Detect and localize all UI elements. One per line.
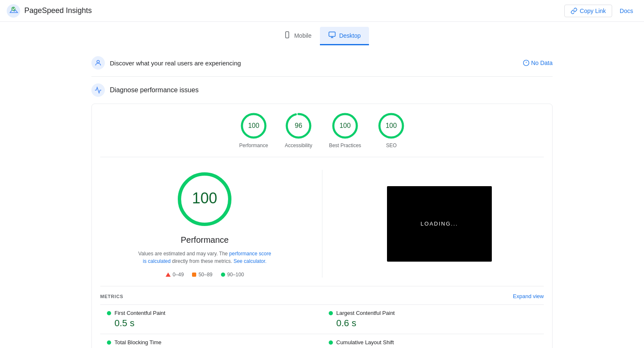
scores-row: 100 Performance 96 Accessibility (100, 112, 544, 157)
legend-range-medium: 50–89 (198, 272, 212, 278)
vertical-divider (322, 170, 322, 278)
loading-text: LOADING... (421, 221, 458, 227)
metric-item-lcp: Largest Contentful Paint 0.6 s (322, 304, 544, 334)
score-item-best-practices[interactable]: 100 Best Practices (329, 112, 361, 148)
svg-rect-4 (329, 32, 335, 36)
copy-link-label: Copy Link (580, 8, 606, 14)
legend-range-bad: 0–49 (173, 272, 184, 278)
metric-name-row-tbt: Total Blocking Time (107, 339, 315, 345)
header-left: PageSpeed Insights (7, 4, 92, 18)
legend-dot-icon (221, 273, 225, 277)
main-content: Mobile Desktop Discover what your real (83, 22, 561, 348)
perf-right: LOADING... (335, 170, 544, 278)
score-label-accessibility: Accessibility (285, 143, 312, 148)
perf-note-prefix: Values are estimated and may vary. The (138, 251, 229, 257)
link-icon (571, 8, 577, 14)
app-header: PageSpeed Insights Copy Link Docs (0, 0, 644, 22)
svg-text:100: 100 (340, 122, 351, 129)
svg-text:96: 96 (295, 122, 302, 129)
app-title: PageSpeed Insights (24, 6, 92, 15)
svg-text:100: 100 (386, 122, 397, 129)
discover-text: Discover what your real users are experi… (110, 60, 241, 67)
score-item-seo[interactable]: 100 SEO (378, 112, 405, 148)
tabs-bar: Mobile Desktop (91, 22, 553, 45)
loading-screen: LOADING... (387, 186, 492, 262)
legend-item-medium: 50–89 (192, 272, 212, 278)
metric-value-lcp: 0.6 s (329, 318, 537, 329)
metric-item-cls: Cumulative Layout Shift 0.001 (322, 334, 544, 348)
no-data-link[interactable]: No Data (523, 60, 553, 66)
tab-desktop[interactable]: Desktop (320, 27, 369, 45)
desktop-icon (328, 31, 336, 40)
user-experience-icon (94, 59, 102, 67)
diagnose-section: Diagnose performance issues 100 Performa… (91, 77, 553, 348)
score-card: 100 Performance 96 Accessibility (91, 104, 553, 348)
metric-name-lcp: Largest Contentful Paint (336, 310, 395, 316)
metric-name-fcp: First Contentful Paint (114, 310, 165, 316)
score-circle-seo: 100 (378, 112, 405, 139)
diagnose-icon-wrap (91, 83, 105, 97)
perf-note: Values are estimated and may vary. The p… (138, 250, 272, 265)
legend-square-icon (192, 273, 196, 277)
info-icon (523, 60, 530, 66)
metric-dot-tbt (107, 340, 111, 345)
header-right: Copy Link Docs (564, 5, 637, 17)
score-label-performance: Performance (239, 143, 268, 148)
diagnose-title: Diagnose performance issues (110, 86, 199, 94)
metric-name-tbt: Total Blocking Time (114, 339, 161, 345)
metric-item-tbt: Total Blocking Time 0 ms (100, 334, 322, 348)
svg-text:100: 100 (248, 122, 260, 129)
see-calculator-link[interactable]: See calculator. (234, 258, 267, 264)
tab-desktop-label: Desktop (339, 32, 361, 39)
discover-section: Discover what your real users are experi… (91, 49, 553, 77)
legend-range-good: 90–100 (227, 272, 244, 278)
metric-dot-fcp (107, 311, 111, 315)
discover-left: Discover what your real users are experi… (91, 56, 241, 70)
copy-link-button[interactable]: Copy Link (564, 5, 612, 17)
score-item-accessibility[interactable]: 96 Accessibility (285, 112, 312, 148)
score-item-performance[interactable]: 100 Performance (239, 112, 268, 148)
perf-note-middle: directly from these metrics. (171, 258, 234, 264)
metric-value-fcp: 0.5 s (107, 318, 315, 329)
legend-item-good: 90–100 (221, 272, 244, 278)
no-data-label: No Data (531, 60, 553, 66)
diagnose-header: Diagnose performance issues (91, 83, 553, 97)
tab-mobile[interactable]: Mobile (275, 27, 320, 45)
score-label-seo: SEO (386, 143, 397, 148)
legend: 0–49 50–89 90–100 (166, 272, 244, 278)
metric-dot-lcp (329, 311, 333, 315)
metrics-grid: First Contentful Paint 0.5 s Largest Con… (100, 304, 544, 348)
svg-text:100: 100 (192, 190, 217, 207)
score-circle-large-performance: 100 (175, 170, 234, 229)
perf-left: 100 Performance Values are estimated and… (100, 170, 309, 278)
performance-icon (94, 86, 102, 94)
score-circle-performance: 100 (240, 112, 267, 139)
discover-icon-wrap (91, 56, 105, 70)
perf-title: Performance (181, 235, 229, 245)
svg-point-7 (97, 60, 99, 63)
score-circle-best-practices: 100 (332, 112, 358, 139)
metric-dot-cls (329, 340, 333, 345)
performance-area: 100 Performance Values are estimated and… (100, 157, 544, 286)
metric-item-fcp: First Contentful Paint 0.5 s (100, 304, 322, 334)
legend-item-bad: 0–49 (166, 272, 184, 278)
metrics-label: METRICS (100, 294, 123, 299)
metrics-header: METRICS Expand view (100, 293, 544, 299)
tab-mobile-label: Mobile (294, 32, 312, 39)
metric-name-row-cls: Cumulative Layout Shift (329, 339, 537, 345)
pagespeed-logo (7, 4, 20, 18)
metrics-section: METRICS Expand view First Contentful Pai… (100, 286, 544, 348)
docs-link[interactable]: Docs (615, 5, 637, 17)
metric-name-cls: Cumulative Layout Shift (336, 339, 394, 345)
expand-view-button[interactable]: Expand view (513, 293, 544, 299)
metric-name-row-fcp: First Contentful Paint (107, 310, 315, 316)
score-label-best-practices: Best Practices (329, 143, 361, 148)
mobile-icon (283, 31, 291, 40)
score-circle-accessibility: 96 (285, 112, 312, 139)
legend-triangle-icon (166, 273, 171, 277)
metric-name-row-lcp: Largest Contentful Paint (329, 310, 537, 316)
